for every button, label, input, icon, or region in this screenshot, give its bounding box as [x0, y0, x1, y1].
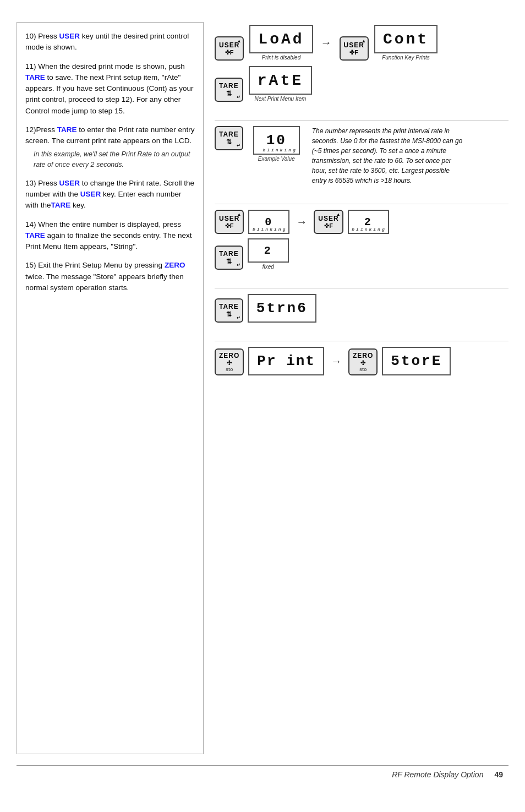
instruction-13: 13) Press USER to change the Print rate.… [25, 178, 195, 211]
user-key-icon-2: ✜F [349, 49, 358, 56]
diagram-sec14: TARE ⇅ ↵ 5trn6 [215, 288, 508, 325]
tare-key-label-14: TARE [219, 303, 239, 310]
tare-key-label-1: TARE [219, 82, 239, 90]
step-13-text: 13) Press USER to change the Print rate.… [25, 179, 194, 210]
user-key-arrow-up-2: ▲ [362, 39, 366, 43]
tare-key-arrows: ⇅ [226, 90, 232, 97]
user-key-2: USER ✜F ▲ [340, 36, 369, 61]
sec15-row: ZERO ✣ sto Pr int → ZERO ✣ sto [215, 347, 508, 375]
rate-lcd-block: rAtE Next Print Menu Item [249, 66, 312, 102]
cont-lcd: Cont [374, 25, 438, 53]
tare-highlight-14: TARE [25, 231, 45, 239]
tare-arrow-down-14: ↵ [237, 315, 240, 320]
content-area: 10) Press USER key until the desired pri… [17, 22, 508, 754]
instruction-12: 12)Press TARE to enter the Print rate nu… [25, 124, 195, 170]
tare-key-block-12: TARE ⇅ ↵ [215, 126, 243, 150]
val1-lcd-block: 0 blinking [248, 210, 289, 234]
tare-highlight-12: TARE [57, 126, 77, 134]
zero-key-icon-15a: ✣ [227, 359, 232, 367]
page-footer: RF Remote Display Option 49 [17, 765, 508, 779]
user-key-icon-1: ✜F [225, 49, 234, 56]
tare-arrows-13: ⇅ [226, 258, 232, 265]
val2-lcd-block: 2 blinking [348, 210, 389, 234]
user-key-block-2: USER ✜F ▲ [340, 36, 369, 61]
diagram-sec10-11: USER ✜F ▲ LoAd Print is disabled → [215, 22, 508, 105]
footer-title: RF Remote Display Option [392, 770, 483, 779]
arrow-1: → [321, 36, 332, 49]
rate-lcd-text: rAtE [258, 72, 303, 89]
fixed-label: fixed [262, 264, 274, 270]
example-value-label: Example Value [258, 156, 295, 162]
user-highlight-13b: USER [80, 190, 101, 198]
sec14-row: TARE ⇅ ↵ 5trn6 [215, 294, 508, 323]
step-11-text: 11) When the desired print mode is shown… [25, 62, 193, 115]
print-lcd-text: Pr int [257, 353, 315, 369]
tare-arrow-down-13: ↵ [237, 263, 240, 268]
instruction-10: 10) Press USER key until the desired pri… [25, 31, 195, 53]
blinking-label-12: blinking [262, 148, 297, 152]
blinking1-label: blinking [253, 227, 287, 232]
user-highlight-10: USER [59, 32, 80, 40]
tare-key-block-1: TARE ⇅ ↵ [215, 78, 243, 102]
tare-key-arrows-12: ⇅ [226, 138, 232, 146]
user-highlight-13a: USER [59, 179, 80, 187]
load-lcd-text: LoAd [258, 31, 304, 48]
zero-key-sub-15b: sto [359, 367, 367, 372]
instruction-14: 14) When the entire number is displayed,… [25, 219, 195, 253]
value-lcd-12: 10 blinking [253, 126, 300, 155]
instruction-15: 15) Exit the Print Setup Menu by pressin… [25, 260, 195, 293]
tare-highlight-13: TARE [51, 201, 71, 209]
user-key-arrow-up-1: ▲ [237, 39, 241, 43]
arrow-13: → [296, 216, 307, 228]
user-key-13b: USER ✜F ▲ [314, 210, 343, 234]
user-key-13a: USER ✜F ▲ [215, 210, 244, 234]
user-arrow-up-13b: ▲ [336, 212, 341, 217]
val3-lcd-block: 2 fixed [248, 238, 289, 270]
diagrams-column: USER ✜F ▲ LoAd Print is disabled → [215, 22, 508, 754]
step-12-note: In this example, we'll set the Print Rat… [34, 149, 195, 170]
strng-lcd-text: 5trn6 [256, 300, 308, 317]
function-key-prints-label: Function Key Prints [382, 55, 430, 61]
diagram-sec13: USER ✜F ▲ 0 blinking → USER ✜F ▲ [215, 204, 508, 273]
zero-key-label-15a: ZERO [219, 352, 239, 359]
tare-key-label-12: TARE [219, 130, 239, 138]
value-lcd-block-12: 10 blinking Example Value [253, 126, 300, 162]
val1-lcd: 0 blinking [248, 210, 289, 234]
user-key-1: USER ✜F ▲ [215, 36, 244, 61]
user-key-icon-13b: ✜F [324, 222, 333, 230]
user-key-block-1: USER ✜F ▲ [215, 36, 244, 61]
arrow-15: → [331, 355, 342, 368]
section-12-row: TARE ⇅ ↵ 10 blinking Example Value [215, 126, 508, 186]
step-15-text: 15) Exit the Print Setup Menu by pressin… [25, 261, 185, 292]
zero-key-sub-15a: sto [226, 367, 233, 372]
cont-lcd-text: Cont [383, 31, 429, 48]
diagram-row-1: USER ✜F ▲ LoAd Print is disabled → [215, 25, 508, 61]
zero-key-15b: ZERO ✣ sto [348, 348, 378, 375]
tare-key-arrow: ↵ [237, 95, 240, 100]
diagram-sec12: TARE ⇅ ↵ 10 blinking Example Value [215, 120, 508, 188]
next-print-menu-label: Next Print Menu Item [254, 96, 306, 102]
strng-lcd: 5trn6 [248, 294, 316, 323]
print-disabled-label: Print is disabled [262, 55, 301, 61]
zero-key-icon-15b: ✣ [360, 359, 365, 367]
val2-lcd: 2 blinking [348, 210, 389, 234]
rate-lcd: rAtE [249, 66, 312, 95]
user-arrow-up-13a: ▲ [237, 212, 241, 217]
print-lcd: Pr int [248, 347, 324, 375]
val3-lcd: 2 [248, 238, 289, 263]
step-12-text: 12)Press TARE to enter the Print rate nu… [25, 126, 194, 145]
store-lcd: 5torE [382, 347, 451, 375]
sec12-note-span: The number represents the print interval… [312, 127, 463, 184]
instructions-column: 10) Press USER key until the desired pri… [17, 22, 204, 754]
diagram-sec15: ZERO ✣ sto Pr int → ZERO ✣ sto [215, 341, 508, 378]
tare-key-12: TARE ⇅ ↵ [215, 126, 243, 150]
blinking2-label: blinking [352, 227, 386, 232]
zero-key-15a: ZERO ✣ sto [215, 348, 244, 375]
cont-lcd-block: Cont Function Key Prints [374, 25, 438, 61]
user-key-icon-13a: ✜F [225, 222, 234, 230]
tare-key-14: TARE ⇅ ↵ [215, 298, 243, 323]
zero-highlight-15: ZERO [165, 261, 185, 269]
sec13-row2: TARE ⇅ ↵ 2 fixed [215, 238, 508, 270]
diagram-row-2: TARE ⇅ ↵ rAtE Next Print Menu Item [215, 66, 508, 102]
step-10-text: 10) Press USER key until the desired pri… [25, 32, 189, 51]
